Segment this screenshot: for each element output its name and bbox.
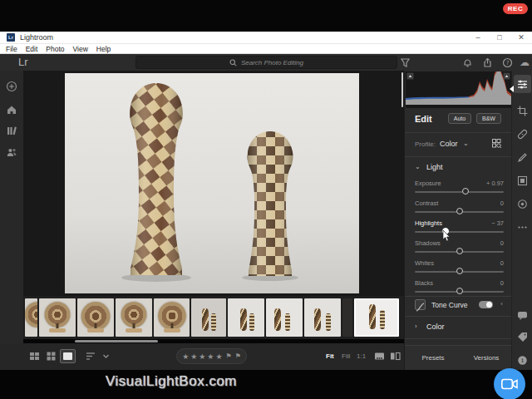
light-section-header[interactable]: Light	[426, 163, 443, 171]
auto-button[interactable]: Auto	[448, 113, 471, 124]
blacks-slider[interactable]: Blacks 0	[415, 279, 504, 298]
filmstrip-thumbnail[interactable]	[304, 298, 341, 337]
minimize-button[interactable]: –	[467, 32, 489, 44]
edit-panel: Edit Auto B&W Profile: Color ⌄ ⌄ Light E…	[404, 71, 511, 370]
contrast-slider[interactable]: Contrast 0	[415, 200, 504, 218]
tone-curve-toggle[interactable]	[479, 301, 493, 308]
zoom-one-to-one-button[interactable]: 1:1	[357, 352, 366, 360]
filter-icon[interactable]	[400, 57, 411, 68]
maximize-button[interactable]: □	[489, 32, 510, 44]
filmstrip-thumbnail[interactable]	[191, 298, 226, 337]
chevron-icon[interactable]: ‹	[500, 300, 503, 308]
filmstrip-thumbnail[interactable]	[39, 298, 76, 337]
expand-icon[interactable]: ›	[415, 323, 417, 330]
more-tools-icon[interactable]	[517, 222, 528, 233]
histogram[interactable]	[406, 71, 511, 108]
filmstrip-thumbnail[interactable]	[228, 298, 264, 337]
star-icon[interactable]: ★	[190, 352, 197, 361]
whites-slider[interactable]: Whites 0	[415, 259, 504, 278]
zoom-fill-button[interactable]: Fill	[342, 352, 350, 360]
detail-view-icon[interactable]	[60, 349, 76, 363]
menu-bar: File Edit Photo View Help	[0, 44, 532, 54]
panel-scrollbar[interactable]	[401, 72, 403, 107]
masking-brush-icon[interactable]	[517, 152, 528, 163]
filmstrip-thumbnail[interactable]	[342, 298, 352, 337]
red-eye-icon[interactable]	[517, 199, 528, 209]
mosaic-view-icon[interactable]	[29, 351, 40, 362]
bottom-strip: VisualLightBox.com	[0, 370, 532, 399]
keywords-icon[interactable]	[517, 332, 528, 342]
crop-icon[interactable]	[517, 106, 528, 116]
svg-text:i: i	[521, 357, 524, 364]
sort-icon[interactable]	[86, 351, 96, 362]
menu-file[interactable]: File	[6, 45, 17, 53]
close-button[interactable]: ✕	[510, 32, 532, 44]
pick-flag-icon[interactable]: ⚑	[226, 352, 232, 360]
tool-rail: i	[511, 71, 532, 370]
tone-curve-label[interactable]: Tone Curve	[431, 301, 467, 309]
profile-value-dropdown[interactable]: Color	[440, 140, 458, 148]
presets-bar: Presets Versions	[405, 345, 512, 370]
filmstrip-thumbnail-selected[interactable]	[354, 298, 399, 337]
collapse-icon[interactable]: ⌄	[415, 163, 421, 170]
grid-view-icon[interactable]	[46, 351, 57, 362]
filmstrip-scrollbar[interactable]	[75, 340, 158, 342]
filmstrip-thumbnail[interactable]	[266, 298, 303, 337]
bw-button[interactable]: B&W	[476, 113, 501, 124]
main-photo[interactable]	[65, 73, 359, 293]
shared-albums-icon[interactable]	[6, 146, 17, 158]
app-top-bar: Lr Search Photo Editing ? ☁	[0, 54, 532, 71]
add-photos-icon[interactable]	[6, 81, 17, 92]
star-icon[interactable]: ★	[207, 352, 214, 361]
color-section-header[interactable]: Color	[426, 323, 445, 331]
menu-help[interactable]: Help	[96, 45, 111, 53]
lightroom-app-icon: Lr	[7, 33, 15, 42]
edit-panel-title: Edit	[415, 114, 432, 124]
cloud-sync-icon[interactable]: ☁	[520, 57, 530, 68]
profile-browser-icon[interactable]	[492, 139, 501, 148]
library-icon[interactable]	[6, 125, 17, 136]
healing-brush-icon[interactable]	[517, 129, 528, 140]
geometry-icon[interactable]	[517, 175, 528, 186]
menu-view[interactable]: View	[73, 45, 88, 53]
search-input[interactable]: Search Photo Editing	[135, 56, 397, 69]
zoom-selector-icon[interactable]	[374, 351, 385, 362]
presets-button[interactable]: Presets	[408, 346, 458, 371]
exposure-slider[interactable]: Exposure + 0.97	[415, 180, 504, 198]
star-icon[interactable]: ★	[199, 352, 205, 361]
lr-logo: Lr	[18, 56, 28, 68]
star-icon[interactable]: ★	[215, 352, 222, 361]
versions-button[interactable]: Versions	[461, 346, 511, 371]
comments-icon[interactable]	[517, 310, 528, 321]
before-after-icon[interactable]	[390, 351, 401, 362]
window-title: Lightroom	[20, 33, 53, 42]
help-icon[interactable]: ?	[502, 57, 513, 68]
info-icon[interactable]: i	[517, 355, 528, 366]
chevron-down-icon[interactable]	[101, 351, 111, 362]
filmstrip-thumbnail[interactable]	[116, 298, 152, 337]
highlights-slider[interactable]: Highlights − 37	[415, 219, 504, 238]
zoom-fit-button[interactable]: Fit	[326, 352, 334, 360]
shadows-slider[interactable]: Shadows 0	[415, 239, 504, 258]
menu-photo[interactable]: Photo	[46, 45, 64, 53]
screen-recorder-button[interactable]	[494, 368, 525, 399]
photo-viewer[interactable]	[23, 71, 404, 296]
filmstrip-thumbnail[interactable]	[25, 298, 37, 337]
search-icon	[229, 59, 237, 66]
rating-control[interactable]: ★ ★ ★ ★ ★ ⚑ ⚑	[176, 348, 247, 364]
watermark-text: VisualLightBox.com	[106, 373, 237, 390]
filmstrip-thumbnail[interactable]	[77, 298, 114, 337]
share-icon[interactable]	[482, 57, 493, 68]
left-navigation-rail	[0, 71, 23, 370]
reject-flag-icon[interactable]: ⚑	[235, 352, 241, 360]
video-camera-icon	[501, 378, 518, 390]
home-icon[interactable]	[6, 104, 17, 116]
star-icon[interactable]: ★	[182, 352, 189, 361]
search-placeholder: Search Photo Editing	[241, 59, 303, 66]
window-titlebar: Lr Lightroom – □ ✕	[0, 32, 532, 44]
bell-icon[interactable]	[462, 57, 473, 68]
filmstrip-thumbnail[interactable]	[154, 298, 190, 337]
menu-edit[interactable]: Edit	[26, 45, 38, 53]
edit-sliders-icon[interactable]	[517, 79, 528, 90]
filmstrip	[23, 296, 404, 339]
